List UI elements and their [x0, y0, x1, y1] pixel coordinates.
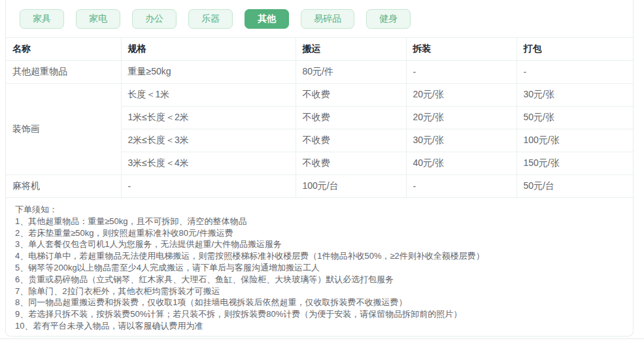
- item-name-cell: 其他超重物品: [6, 61, 121, 84]
- item-name-cell: 装饰画: [6, 84, 121, 175]
- note-line: 1、其他超重物品：重量≥50kg，且不可拆卸、清空的整体物品: [15, 216, 624, 227]
- note-line: 6、贵重或易碎物品（立式钢琴、红木家具、大理石、鱼缸、保险柜、大块玻璃等）默认必…: [15, 274, 624, 286]
- order-notes: 下单须知： 1、其他超重物品：重量≥50kg，且不可拆卸、清空的整体物品2、若床…: [6, 198, 633, 338]
- table-row: 装饰画长度＜1米不收费20元/张30元/张: [6, 84, 634, 107]
- price-cell: 20元/张: [406, 107, 517, 129]
- note-line: 8、同一物品超重搬运费和拆装费，仅收取1项（如挂墙电视拆装后依然超重，仅收取拆装…: [15, 297, 624, 308]
- price-cell: 100元/台: [296, 175, 406, 198]
- item-name-cell: 麻将机: [6, 175, 121, 198]
- price-cell: 30元/张: [406, 129, 517, 152]
- tab-furniture[interactable]: 家具: [20, 9, 64, 29]
- category-tabs: 家具家电办公乐器其他易碎品健身: [6, 0, 633, 37]
- tab-fitness[interactable]: 健身: [366, 9, 411, 29]
- price-cell: -: [121, 175, 296, 198]
- price-cell: 20元/张: [406, 84, 517, 107]
- column-header: 打包: [517, 38, 634, 61]
- tab-appliance[interactable]: 家电: [76, 9, 120, 29]
- note-line: 9、若选择只拆不装，按拆装费50%计算；若只装不拆，则按拆装费80%计费（为便于…: [15, 308, 624, 320]
- tab-other[interactable]: 其他: [245, 9, 289, 29]
- price-cell: 长度＜1米: [121, 84, 296, 107]
- table-row: 其他超重物品重量≥50kg80元/件--: [6, 61, 634, 84]
- bottom-divider: [0, 338, 644, 339]
- price-cell: -: [406, 175, 517, 198]
- price-cell: 1米≤长度＜2米: [121, 107, 296, 129]
- notes-title: 下单须知：: [15, 204, 624, 216]
- note-line: 4、电梯订单中，若超重物品无法使用电梯搬运，则需按照楼梯标准补收楼层费（1件物品…: [15, 250, 624, 262]
- price-cell: 2米≤长度＜3米: [121, 129, 296, 152]
- price-cell: 50元/张: [517, 107, 634, 129]
- note-line: 10、若有平台未录入物品，请以客服确认费用为准: [15, 320, 624, 332]
- price-cell: 不收费: [296, 84, 406, 107]
- price-cell: 不收费: [296, 129, 406, 152]
- table-row: 麻将机-100元/台-50元/台: [6, 175, 634, 198]
- note-line: 2、若床垫重量≥50kg，则按照超重标准补收80元/件搬运费: [15, 227, 624, 239]
- note-line: 7、除单门、2拉门衣柜外，其他衣柜均需拆装才可搬运: [15, 286, 624, 297]
- table-header-row: 名称规格搬运拆装打包: [6, 38, 634, 61]
- note-line: 5、钢琴等200kg以上物品需至少4人完成搬运，请下单后与客服沟通增加搬运工人: [15, 262, 624, 274]
- column-header: 拆装: [406, 38, 517, 61]
- price-cell: 不收费: [296, 152, 406, 175]
- price-cell: 80元/件: [296, 61, 406, 84]
- tab-instrument[interactable]: 乐器: [188, 9, 233, 29]
- pricing-table: 名称规格搬运拆装打包 其他超重物品重量≥50kg80元/件--装饰画长度＜1米不…: [6, 37, 634, 198]
- column-header: 搬运: [296, 38, 406, 61]
- price-cell: 100元/张: [517, 129, 634, 152]
- pricing-card: 家具家电办公乐器其他易碎品健身 名称规格搬运拆装打包 其他超重物品重量≥50kg…: [5, 0, 634, 337]
- price-cell: 不收费: [296, 107, 406, 129]
- column-header: 规格: [121, 38, 296, 61]
- price-cell: -: [517, 61, 634, 84]
- price-cell: 3米≤长度＜4米: [121, 152, 296, 175]
- price-cell: -: [406, 61, 517, 84]
- tab-office[interactable]: 办公: [132, 9, 177, 29]
- price-cell: 40元/张: [406, 152, 517, 175]
- note-line: 3、单人套餐仅包含司机1人为您服务，无法提供超重/大件物品搬运服务: [15, 238, 624, 250]
- price-cell: 30元/张: [517, 84, 634, 107]
- price-cell: 重量≥50kg: [121, 61, 296, 84]
- price-cell: 150元/张: [517, 152, 634, 175]
- tab-fragile[interactable]: 易碎品: [301, 9, 354, 29]
- column-header: 名称: [6, 38, 121, 61]
- table-body: 其他超重物品重量≥50kg80元/件--装饰画长度＜1米不收费20元/张30元/…: [6, 61, 634, 198]
- price-cell: 50元/台: [517, 175, 634, 198]
